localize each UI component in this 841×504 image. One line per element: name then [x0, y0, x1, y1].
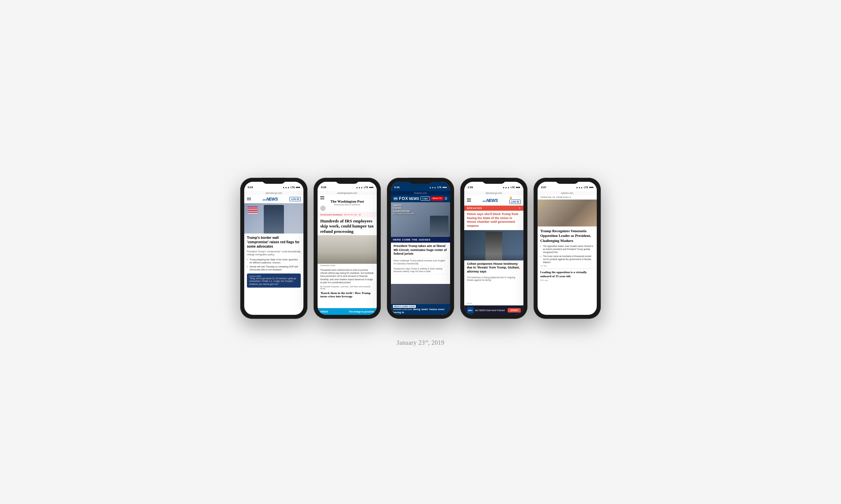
p3-sub-items: Dems challenge Trump judicial nominee ov… [391, 258, 450, 284]
p2-menu-icon[interactable] [320, 196, 374, 199]
p2-alert-timer: 32d 5h 5m 23s [344, 214, 357, 216]
p3-logo-news: NEWS [409, 197, 419, 201]
p3-tucker-row: MEDIA'S SORRY STATE [393, 305, 448, 308]
phone5: 3:07 ▲▲▲ LTE ■■■ nytimes.com TENSION IN … [534, 178, 601, 319]
date-year: , 2019 [428, 339, 444, 346]
p4-login-btn[interactable]: LOG IN [509, 200, 521, 204]
status-time-1: 5:03 [247, 186, 253, 189]
p4-menu-icon[interactable] [467, 199, 471, 202]
p4-podcast-text: abc NEWS Start Here Podcast [475, 309, 505, 311]
phone1: 5:03 ▲▲▲ LTE ■■■ abcnews.go.com [240, 178, 307, 319]
p3-sub-2[interactable]: Scaramucci says Trump is unlikely to dra… [394, 268, 447, 274]
p3-nav-btns: Login Watch TV ☰ [420, 197, 447, 201]
date-text: January 23 [397, 339, 425, 346]
p3-menu-icon[interactable] [394, 197, 398, 200]
p2-tagline: Democracy Dies in Darkness [320, 204, 374, 205]
status-time-4: 2:59 [468, 186, 473, 189]
p2-building [317, 235, 377, 264]
p5-section-label: TENSION IN VENEZUELA [540, 196, 594, 198]
p3-login-btn[interactable]: Login [420, 197, 430, 201]
p4-sub-headline[interactable]: Cohen postpones House testimony due to '… [464, 260, 524, 275]
p4-breaking-banner: BREAKING ✕ [464, 205, 524, 211]
p5-bullet-1: The opposition leader Juan Guaidó swore … [540, 245, 594, 254]
p4-gradient [464, 254, 524, 260]
phone3-screen: 8:36 ▲▲▲ LTE ■■■ foxnews.com FOX [391, 182, 450, 315]
p4-start-btn[interactable]: START [508, 308, 521, 312]
p2-hero-image [317, 235, 377, 264]
p1-content: Trump's border wall 'compromise' raises … [244, 234, 304, 315]
p3-tv-btn[interactable]: Watch TV [431, 197, 443, 201]
p5-sub-headline[interactable]: Leading the opposition is a virtually un… [540, 270, 594, 278]
phone5-wrapper: 3:07 ▲▲▲ LTE ■■■ nytimes.com TENSION IN … [534, 178, 601, 319]
p3-main-headline[interactable]: President Trump takes aim at liberal 9th… [391, 242, 450, 258]
p1-figure [264, 205, 284, 234]
p3-sub-1[interactable]: Dems challenge Trump judicial nominee ov… [394, 259, 447, 267]
p5-crowd-bg [537, 200, 597, 227]
phone4: 2:59 ▲▲▲ LTE ■■■ abcnews.go.com abcNEW [460, 178, 528, 319]
p3-tucker-text: TUCKER CARLSON: Being 'woke' means never… [393, 308, 448, 314]
p5-divider [540, 268, 594, 269]
status-icons-3: ▲▲▲ LTE ■■■ [429, 186, 447, 188]
url-bar-3: foxnews.com [391, 191, 450, 195]
p4-podcast-logo: abc [467, 307, 474, 313]
p2-body: Thousands were ordered back to work to p… [320, 268, 374, 284]
url-text-4: abcnews.go.com [466, 192, 521, 194]
url-text-1: abcnews.go.com [246, 192, 302, 194]
url-text-2: washingtonpost.com [320, 192, 375, 194]
url-text-5: nytimes.com [539, 192, 595, 194]
p4-podcast: abc abc NEWS Start Here Podcast START [464, 305, 524, 315]
status-icons-5: ▲▲▲ LTE ■■■ [576, 186, 594, 188]
url-bar-2: washingtonpost.com [317, 191, 377, 195]
p5-header: TENSION IN VENEZUELA [537, 195, 597, 200]
date-caption: January 23rd, 2019 [397, 339, 444, 346]
p1-header: abcNEWS LOG IN [244, 195, 304, 203]
phone1-screen: 5:03 ▲▲▲ LTE ■■■ abcnews.go.com [244, 182, 304, 315]
p4-hero-image [464, 230, 524, 260]
p4-breaking-close[interactable]: ✕ [518, 206, 521, 210]
p1-menu-icon[interactable] [247, 198, 251, 201]
p5-time-2: 36m ago [540, 279, 594, 281]
p2-cisco-logo: cisco [320, 310, 328, 313]
p3-header: FOX NEWS Login Watch TV ☰ [391, 195, 450, 202]
p3-logo-container: FOX NEWS [399, 196, 419, 201]
p2-subhead[interactable]: 'Knock them in the teeth': How Trump tur… [320, 291, 374, 298]
phone2-wrapper: 5:05 ▲▲▲ LTE ■■■ washingtonpost.com Th [313, 178, 381, 319]
phone4-wrapper: 2:59 ▲▲▲ LTE ■■■ abcnews.go.com abcNEW [460, 178, 528, 319]
p2-headline[interactable]: Hundreds of IRS employees skip work, cou… [317, 217, 377, 236]
p4-time: 5h 5s [464, 302, 524, 305]
status-icons-2: ▲▲▲ LTE ■■■ [356, 186, 373, 188]
p1-chat-text: "Okay, we've got about 15, 20 minutes I … [249, 277, 298, 286]
status-icons-4: ▲▲▲ LTE ■■■ [502, 186, 520, 188]
p2-logo: The Washington Post [320, 199, 374, 203]
p2-alert: Government Shutdown 32d 5h 5m 23s ⏱ [317, 213, 377, 217]
p2-caption: Christopher Smith [317, 264, 377, 267]
p3-secondary-img [391, 284, 450, 304]
url-bar-5: nytimes.com [537, 191, 597, 195]
phone5-screen: 3:07 ▲▲▲ LTE ■■■ nytimes.com TENSION IN … [537, 182, 597, 315]
phone2-screen: 5:05 ▲▲▲ LTE ■■■ washingtonpost.com Th [317, 182, 377, 315]
p4-podcast-info: abc abc NEWS Start Here Podcast [467, 307, 505, 313]
p2-ad-text[interactable]: The bridge to possible [349, 310, 374, 313]
status-time-3: 8:36 [394, 186, 400, 189]
p1-login-btn[interactable]: LOG IN [289, 197, 301, 201]
p5-bullet-2: The move came as hundreds of thousands t… [540, 255, 594, 264]
p1-flag [247, 206, 258, 213]
p3-main-h-text: President Trump takes aim at liberal 9th… [394, 244, 447, 256]
p2-alert-icon: ⏱ [359, 214, 361, 216]
p4-bell-icon[interactable]: 🔔 [509, 196, 521, 199]
phone1-wrapper: 5:03 ▲▲▲ LTE ■■■ abcnews.go.com [240, 178, 307, 319]
p2-avatar[interactable] [320, 205, 326, 211]
phone3: 8:36 ▲▲▲ LTE ■■■ foxnews.com FOX [387, 178, 454, 319]
p3-courthouse-overlay: UNITED STATES COURTHOUSE 333 CONSTITUTIO… [393, 204, 448, 215]
url-bar-4: abcnews.go.com [464, 191, 524, 195]
tucker-label: TUCKER CARLSON: [393, 308, 412, 310]
phone2: 5:05 ▲▲▲ LTE ■■■ washingtonpost.com Th [313, 178, 381, 319]
p1-headline[interactable]: Trump's border wall 'compromise' raises … [247, 236, 301, 249]
p2-header: The Washington Post Democracy Dies in Da… [317, 195, 377, 213]
p4-breaking-headline[interactable]: Pelosi says she'll block Trump from havi… [464, 211, 524, 230]
url-text-3: foxnews.com [393, 192, 448, 194]
p3-menu-dots[interactable]: ☰ [444, 197, 447, 201]
judges-text: HERE COME THE JUDGES [393, 238, 448, 241]
p5-headline[interactable]: Trump Recognizes Venezuela Opposition Le… [540, 229, 594, 243]
p1-chat-box: United 1628: "Okay, we've got about 15, … [247, 273, 301, 288]
